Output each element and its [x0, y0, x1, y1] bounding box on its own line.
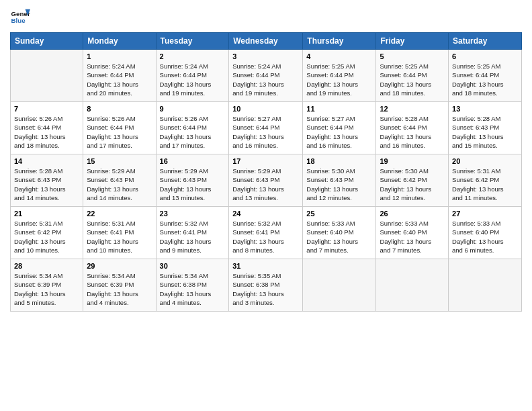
day-info: Sunrise: 5:24 AM Sunset: 6:44 PM Dayligh…	[87, 62, 152, 97]
day-info: Sunrise: 5:35 AM Sunset: 6:38 PM Dayligh…	[232, 271, 299, 307]
day-info: Sunrise: 5:26 AM Sunset: 6:44 PM Dayligh…	[160, 114, 226, 150]
day-info: Sunrise: 5:26 AM Sunset: 6:44 PM Dayligh…	[87, 114, 152, 150]
day-number: 25	[306, 210, 372, 218]
weekday-header-cell: Friday	[376, 33, 449, 50]
day-info: Sunrise: 5:32 AM Sunset: 6:41 PM Dayligh…	[232, 219, 299, 255]
calendar-cell: 5Sunrise: 5:25 AM Sunset: 6:44 PM Daylig…	[376, 50, 449, 102]
day-number: 16	[160, 157, 226, 165]
calendar-cell: 20Sunrise: 5:31 AM Sunset: 6:42 PM Dayli…	[449, 154, 522, 207]
calendar-cell	[11, 50, 83, 102]
day-number: 7	[14, 105, 79, 113]
day-info: Sunrise: 5:30 AM Sunset: 6:42 PM Dayligh…	[380, 167, 445, 202]
calendar-cell: 26Sunrise: 5:33 AM Sunset: 6:40 PM Dayli…	[376, 207, 449, 259]
day-info: Sunrise: 5:33 AM Sunset: 6:40 PM Dayligh…	[306, 219, 372, 255]
calendar-cell: 11Sunrise: 5:27 AM Sunset: 6:44 PM Dayli…	[303, 102, 376, 154]
day-info: Sunrise: 5:24 AM Sunset: 6:44 PM Dayligh…	[160, 62, 226, 97]
day-number: 3	[232, 52, 299, 60]
day-number: 11	[306, 105, 372, 113]
day-info: Sunrise: 5:33 AM Sunset: 6:40 PM Dayligh…	[380, 219, 445, 255]
calendar-cell: 24Sunrise: 5:32 AM Sunset: 6:41 PM Dayli…	[229, 207, 303, 259]
day-number: 10	[232, 105, 299, 113]
day-info: Sunrise: 5:25 AM Sunset: 6:44 PM Dayligh…	[306, 62, 372, 97]
day-number: 29	[87, 262, 152, 270]
calendar-cell: 4Sunrise: 5:25 AM Sunset: 6:44 PM Daylig…	[303, 50, 376, 102]
calendar-cell: 1Sunrise: 5:24 AM Sunset: 6:44 PM Daylig…	[83, 50, 156, 102]
day-info: Sunrise: 5:34 AM Sunset: 6:39 PM Dayligh…	[87, 271, 152, 307]
calendar-week-row: 14Sunrise: 5:28 AM Sunset: 6:43 PM Dayli…	[11, 154, 522, 207]
calendar-cell: 31Sunrise: 5:35 AM Sunset: 6:38 PM Dayli…	[229, 259, 303, 312]
day-number: 2	[160, 52, 226, 60]
day-number: 12	[380, 105, 445, 113]
day-info: Sunrise: 5:24 AM Sunset: 6:44 PM Dayligh…	[232, 62, 299, 97]
day-info: Sunrise: 5:29 AM Sunset: 6:43 PM Dayligh…	[87, 167, 152, 202]
day-number: 8	[87, 105, 152, 113]
day-info: Sunrise: 5:31 AM Sunset: 6:42 PM Dayligh…	[14, 219, 79, 255]
calendar-cell	[376, 259, 449, 312]
day-number: 15	[87, 157, 152, 165]
day-number: 20	[452, 157, 518, 165]
calendar-cell: 25Sunrise: 5:33 AM Sunset: 6:40 PM Dayli…	[303, 207, 376, 259]
weekday-header-cell: Tuesday	[156, 33, 229, 50]
calendar-cell: 6Sunrise: 5:25 AM Sunset: 6:44 PM Daylig…	[449, 50, 522, 102]
day-info: Sunrise: 5:27 AM Sunset: 6:44 PM Dayligh…	[306, 114, 372, 150]
day-info: Sunrise: 5:34 AM Sunset: 6:39 PM Dayligh…	[14, 271, 79, 307]
day-number: 9	[160, 105, 226, 113]
weekday-header-cell: Saturday	[449, 33, 522, 50]
calendar-cell: 15Sunrise: 5:29 AM Sunset: 6:43 PM Dayli…	[83, 154, 156, 207]
calendar-cell: 16Sunrise: 5:29 AM Sunset: 6:43 PM Dayli…	[156, 154, 229, 207]
day-number: 1	[87, 52, 152, 60]
calendar-week-row: 21Sunrise: 5:31 AM Sunset: 6:42 PM Dayli…	[11, 207, 522, 259]
day-info: Sunrise: 5:27 AM Sunset: 6:44 PM Dayligh…	[232, 114, 299, 150]
calendar-week-row: 28Sunrise: 5:34 AM Sunset: 6:39 PM Dayli…	[11, 259, 522, 312]
day-info: Sunrise: 5:29 AM Sunset: 6:43 PM Dayligh…	[160, 167, 226, 202]
calendar-cell: 18Sunrise: 5:30 AM Sunset: 6:43 PM Dayli…	[303, 154, 376, 207]
day-number: 5	[380, 52, 445, 60]
calendar-cell: 28Sunrise: 5:34 AM Sunset: 6:39 PM Dayli…	[11, 259, 83, 312]
day-number: 14	[14, 157, 79, 165]
calendar-cell: 27Sunrise: 5:33 AM Sunset: 6:40 PM Dayli…	[449, 207, 522, 259]
weekday-header-row: SundayMondayTuesdayWednesdayThursdayFrid…	[11, 33, 522, 50]
day-info: Sunrise: 5:26 AM Sunset: 6:44 PM Dayligh…	[14, 114, 79, 150]
weekday-header-cell: Wednesday	[229, 33, 303, 50]
day-number: 30	[160, 262, 226, 270]
calendar-week-row: 1Sunrise: 5:24 AM Sunset: 6:44 PM Daylig…	[11, 50, 522, 102]
calendar-cell: 9Sunrise: 5:26 AM Sunset: 6:44 PM Daylig…	[156, 102, 229, 154]
calendar-cell: 2Sunrise: 5:24 AM Sunset: 6:44 PM Daylig…	[156, 50, 229, 102]
header: General Blue	[10, 7, 522, 27]
day-number: 24	[232, 210, 299, 218]
calendar-cell: 19Sunrise: 5:30 AM Sunset: 6:42 PM Dayli…	[376, 154, 449, 207]
calendar-cell: 7Sunrise: 5:26 AM Sunset: 6:44 PM Daylig…	[11, 102, 83, 154]
day-number: 21	[14, 210, 79, 218]
calendar-cell: 12Sunrise: 5:28 AM Sunset: 6:44 PM Dayli…	[376, 102, 449, 154]
day-number: 26	[380, 210, 445, 218]
day-info: Sunrise: 5:32 AM Sunset: 6:41 PM Dayligh…	[160, 219, 226, 255]
calendar-cell: 23Sunrise: 5:32 AM Sunset: 6:41 PM Dayli…	[156, 207, 229, 259]
day-number: 22	[87, 210, 152, 218]
calendar-table: SundayMondayTuesdayWednesdayThursdayFrid…	[10, 32, 522, 312]
weekday-header-cell: Thursday	[303, 33, 376, 50]
calendar-cell	[449, 259, 522, 312]
day-number: 19	[380, 157, 445, 165]
day-number: 6	[452, 52, 518, 60]
day-number: 31	[232, 262, 299, 270]
calendar-cell: 29Sunrise: 5:34 AM Sunset: 6:39 PM Dayli…	[83, 259, 156, 312]
page-container: General Blue SundayMondayTuesdayWednesda…	[0, 0, 532, 318]
day-number: 27	[452, 210, 518, 218]
calendar-week-row: 7Sunrise: 5:26 AM Sunset: 6:44 PM Daylig…	[11, 102, 522, 154]
calendar-cell: 17Sunrise: 5:29 AM Sunset: 6:43 PM Dayli…	[229, 154, 303, 207]
day-info: Sunrise: 5:28 AM Sunset: 6:44 PM Dayligh…	[380, 114, 445, 150]
svg-text:Blue: Blue	[11, 17, 26, 24]
day-number: 17	[232, 157, 299, 165]
weekday-header-cell: Sunday	[11, 33, 83, 50]
day-info: Sunrise: 5:30 AM Sunset: 6:43 PM Dayligh…	[306, 167, 372, 202]
day-number: 28	[14, 262, 79, 270]
day-number: 18	[306, 157, 372, 165]
day-info: Sunrise: 5:33 AM Sunset: 6:40 PM Dayligh…	[452, 219, 518, 255]
calendar-cell: 8Sunrise: 5:26 AM Sunset: 6:44 PM Daylig…	[83, 102, 156, 154]
day-info: Sunrise: 5:29 AM Sunset: 6:43 PM Dayligh…	[232, 167, 299, 202]
day-info: Sunrise: 5:31 AM Sunset: 6:41 PM Dayligh…	[87, 219, 152, 255]
day-info: Sunrise: 5:25 AM Sunset: 6:44 PM Dayligh…	[452, 62, 518, 97]
calendar-cell: 21Sunrise: 5:31 AM Sunset: 6:42 PM Dayli…	[11, 207, 83, 259]
weekday-header-cell: Monday	[83, 33, 156, 50]
day-info: Sunrise: 5:34 AM Sunset: 6:38 PM Dayligh…	[160, 271, 226, 307]
